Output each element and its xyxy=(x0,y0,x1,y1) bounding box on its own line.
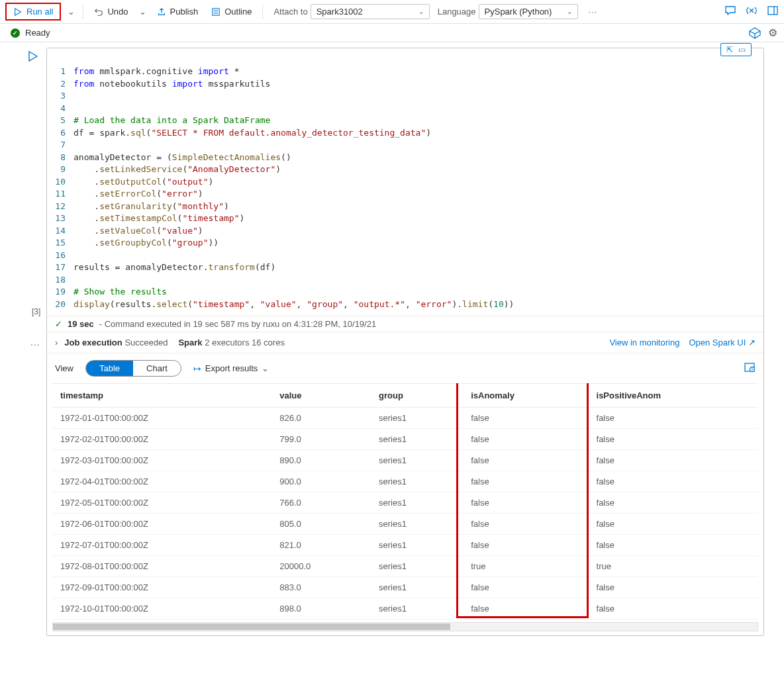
table-cell: series1 xyxy=(371,556,463,577)
table-row: 1972-02-01T00:00:00Z799.0series1falsefal… xyxy=(52,429,758,450)
cell-action-buttons[interactable]: ⇱ ▭ xyxy=(720,43,752,56)
table-cell: series1 xyxy=(371,429,463,450)
table-cell: 883.0 xyxy=(271,577,371,598)
publish-button[interactable]: Publish xyxy=(152,4,204,19)
execution-count: [3] xyxy=(32,307,40,316)
run-all-chevron[interactable]: ⌄ xyxy=(65,5,77,18)
publish-label: Publish xyxy=(170,7,199,17)
code-content[interactable]: from mmlspark.cognitive import * from no… xyxy=(74,66,763,310)
table-cell: 799.0 xyxy=(271,429,371,450)
table-row: 1972-08-01T00:00:00Z20000.0series1truetr… xyxy=(52,556,758,577)
status-bar: ✓ Ready ⚙ xyxy=(0,24,784,42)
column-header[interactable]: isAnomaly xyxy=(463,384,588,408)
column-header[interactable]: group xyxy=(371,384,463,408)
table-cell: 1972-02-01T00:00:00Z xyxy=(52,429,271,450)
cell-action-icon[interactable]: ⇱ xyxy=(726,45,733,54)
view-monitoring-link[interactable]: View in monitoring xyxy=(609,338,679,347)
table-cell: false xyxy=(463,408,588,429)
cell-run-button[interactable] xyxy=(28,50,38,64)
cell-more-menu[interactable]: ··· xyxy=(30,339,40,349)
table-cell: 20000.0 xyxy=(271,556,371,577)
table-cell: 1972-03-01T00:00:00Z xyxy=(52,450,271,471)
code-editor[interactable]: ⇱ ▭ 1234567891011121314151617181920 from… xyxy=(46,48,764,636)
table-cell: 890.0 xyxy=(271,450,371,471)
table-cell: 1972-01-01T00:00:00Z xyxy=(52,408,271,429)
table-cell: false xyxy=(463,598,588,619)
cell-action-icon[interactable]: ▭ xyxy=(738,45,746,54)
job-status: Succeeded xyxy=(124,338,168,347)
table-cell: true xyxy=(463,556,588,577)
export-icon: ↦ xyxy=(193,363,201,374)
table-cell: 1972-05-01T00:00:00Z xyxy=(52,492,271,514)
language-dropdown[interactable]: PySpark (Python) ⌄ xyxy=(479,4,578,19)
table-cell: series1 xyxy=(371,577,463,598)
undo-button[interactable]: Undo xyxy=(89,4,133,19)
expand-chevron[interactable]: › xyxy=(55,338,58,347)
run-all-button[interactable]: Run all xyxy=(8,4,58,19)
exec-detail: - Command executed in 19 sec 587 ms by r… xyxy=(99,319,376,329)
undo-icon xyxy=(94,7,103,17)
table-cell: true xyxy=(589,556,758,577)
table-cell: 1972-08-01T00:00:00Z xyxy=(52,556,271,577)
export-results-button[interactable]: ↦ Export results ⌄ xyxy=(193,363,269,374)
table-cell: false xyxy=(589,492,758,514)
table-cell: 1972-09-01T00:00:00Z xyxy=(52,577,271,598)
svg-rect-5 xyxy=(768,7,777,15)
table-cell: 1972-04-01T00:00:00Z xyxy=(52,471,271,492)
open-spark-ui-link[interactable]: Open Spark UI ↗ xyxy=(689,338,756,347)
status-text: Ready xyxy=(25,28,50,38)
job-label: Job execution xyxy=(64,338,122,347)
attach-to-label: Attach to xyxy=(273,7,307,17)
attach-to-dropdown[interactable]: Spark31002 ⌄ xyxy=(311,4,430,19)
run-all-highlight: Run all xyxy=(5,3,61,21)
table-cell: false xyxy=(463,471,588,492)
variables-icon[interactable] xyxy=(746,5,758,19)
table-view-tab[interactable]: Table xyxy=(86,361,133,376)
chart-view-tab[interactable]: Chart xyxy=(133,361,181,376)
table-cell: false xyxy=(589,514,758,535)
results-table: timestampvaluegroupisAnomalyisPositiveAn… xyxy=(52,383,758,619)
more-menu[interactable]: ··· xyxy=(586,5,601,18)
table-cell: 821.0 xyxy=(271,535,371,556)
svg-marker-0 xyxy=(15,8,21,15)
check-icon: ✓ xyxy=(55,319,62,329)
table-settings-icon[interactable] xyxy=(744,361,756,376)
column-header[interactable]: value xyxy=(271,384,371,408)
publish-icon xyxy=(157,7,166,17)
play-icon xyxy=(13,7,23,17)
undo-chevron[interactable]: ⌄ xyxy=(136,5,149,18)
chevron-down-icon: ⌄ xyxy=(567,8,572,15)
table-row: 1972-03-01T00:00:00Z890.0series1falsefal… xyxy=(52,450,758,471)
table-cell: series1 xyxy=(371,408,463,429)
column-header[interactable]: isPositiveAnom xyxy=(589,384,758,408)
comment-icon[interactable] xyxy=(724,5,736,19)
table-cell: 766.0 xyxy=(271,492,371,514)
table-cell: series1 xyxy=(371,598,463,619)
column-header[interactable]: timestamp xyxy=(52,384,271,408)
cube-icon[interactable] xyxy=(748,26,761,40)
table-cell: false xyxy=(463,450,588,471)
table-cell: false xyxy=(589,429,758,450)
attach-to-value: Spark31002 xyxy=(317,7,363,17)
scrollbar-thumb[interactable] xyxy=(53,623,450,630)
table-row: 1972-09-01T00:00:00Z883.0series1falsefal… xyxy=(52,577,758,598)
main-toolbar: Run all ⌄ Undo ⌄ Publish Outline Attach … xyxy=(0,0,784,24)
table-row: 1972-10-01T00:00:00Z898.0series1falsefal… xyxy=(52,598,758,619)
panel-icon[interactable] xyxy=(767,5,779,19)
gear-icon[interactable]: ⚙ xyxy=(768,26,777,39)
line-numbers: 1234567891011121314151617181920 xyxy=(47,66,74,310)
export-label: Export results xyxy=(205,363,258,373)
table-cell: false xyxy=(463,514,588,535)
run-all-label: Run all xyxy=(26,7,53,17)
undo-label: Undo xyxy=(107,7,128,17)
table-cell: false xyxy=(463,429,588,450)
table-cell: 1972-06-01T00:00:00Z xyxy=(52,514,271,535)
horizontal-scrollbar[interactable] xyxy=(52,622,758,631)
chevron-down-icon: ⌄ xyxy=(418,8,424,15)
table-cell: 900.0 xyxy=(271,471,371,492)
outline-button[interactable]: Outline xyxy=(206,4,257,19)
language-label: Language xyxy=(438,7,476,17)
table-cell: false xyxy=(589,471,758,492)
table-cell: false xyxy=(589,450,758,471)
spark-detail: 2 executors 16 cores xyxy=(205,338,285,347)
